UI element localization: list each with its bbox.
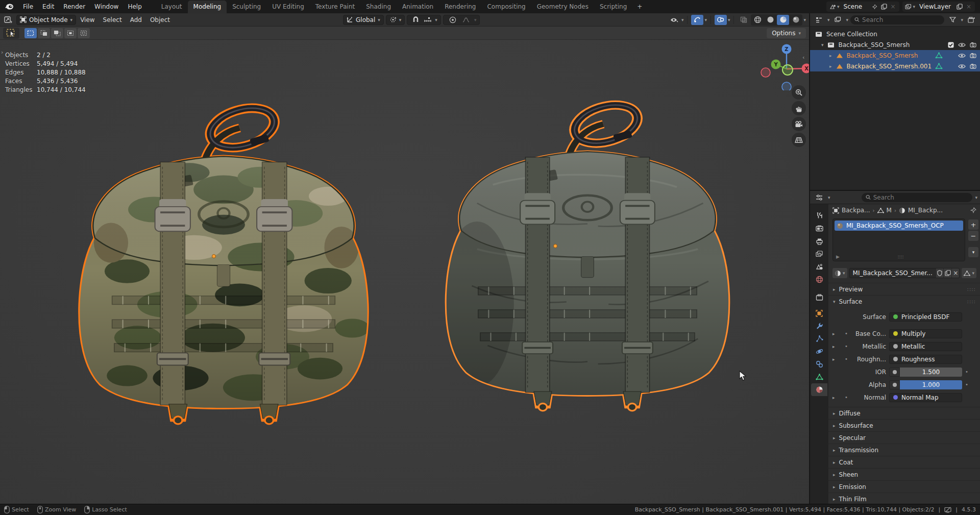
panel-thin-film[interactable]: ▸Thin Film	[828, 493, 980, 505]
transform-orientation-dropdown[interactable]: Global ▾	[343, 15, 384, 25]
tab-render[interactable]	[811, 222, 827, 235]
object-name[interactable]: Backpack_SSO_Smersh.001	[847, 63, 932, 70]
tab-shading[interactable]: Shading	[360, 1, 397, 13]
tab-constraints[interactable]	[811, 358, 827, 371]
blender-logo-icon[interactable]	[0, 0, 18, 13]
camera-view-button[interactable]	[792, 117, 806, 131]
breadcrumb-material[interactable]: MI_Backp...	[908, 207, 943, 214]
unlink-material-button[interactable]: ×	[951, 268, 960, 278]
alpha-socket-button[interactable]	[889, 380, 900, 389]
outliner-row-collection[interactable]: ▾ Backpack_SSO_Smersh	[810, 39, 980, 50]
tool-options-button[interactable]: Options ▾	[767, 28, 806, 38]
viewport-menu-add[interactable]: Add	[126, 16, 146, 23]
gizmo-x-label[interactable]: X	[804, 66, 808, 71]
gizmo-negative-y[interactable]	[782, 65, 793, 75]
viewport-menu-object[interactable]: Object	[146, 16, 174, 23]
tab-material[interactable]	[811, 383, 827, 396]
link-material-target-button[interactable]: ▾	[962, 268, 976, 278]
pivot-point-dropdown[interactable]: ▾	[386, 15, 405, 25]
add-material-slot-button[interactable]: +	[968, 219, 978, 230]
tab-layout[interactable]: Layout	[156, 1, 188, 13]
navigation-gizmo[interactable]: Z X Y	[761, 42, 809, 90]
browse-material-button[interactable]: ▾	[832, 268, 847, 278]
tab-geometry-nodes[interactable]: Geometry Nodes	[531, 1, 594, 13]
overlays-chevron[interactable]: ▾	[728, 17, 730, 22]
collection-expand-chevron[interactable]: ▾	[821, 42, 824, 47]
show-gizmo-toggle[interactable]	[691, 15, 703, 25]
surface-shader-button[interactable]: Principled BSDF	[889, 312, 962, 322]
outliner-filter-icon[interactable]	[946, 15, 959, 25]
properties-editor-type-icon[interactable]	[813, 192, 825, 203]
decorator-dot[interactable]: •	[965, 382, 968, 387]
tab-view-layer[interactable]	[811, 248, 827, 260]
outliner-search-input[interactable]	[862, 16, 940, 23]
render-visibility-camera-icon[interactable]	[970, 53, 976, 58]
tab-tool[interactable]	[811, 209, 827, 222]
object-name[interactable]: Backpack_SSO_Smersh	[847, 52, 918, 59]
material-slot-item[interactable]: MI_Backpack_SSO_Smersh_OCP	[835, 220, 963, 231]
material-name-field[interactable]: MI_Backpack_SSO_Smer... ×	[849, 268, 960, 278]
menu-edit[interactable]: Edit	[38, 0, 59, 13]
mode-dropdown[interactable]: Object Mode ▾	[16, 15, 76, 25]
panel-subsurface[interactable]: ▸Subsurface	[828, 419, 980, 431]
backpack-object-right[interactable]	[430, 98, 745, 411]
tab-compositing[interactable]: Compositing	[481, 1, 531, 13]
pan-view-button[interactable]	[792, 101, 806, 115]
menu-render[interactable]: Render	[59, 0, 90, 13]
metallic-value-button[interactable]: Metallic	[889, 342, 962, 351]
outliner-row-object-2[interactable]: ▸ Backpack_SSO_Smersh.001	[810, 61, 980, 71]
shading-wireframe-button[interactable]	[751, 15, 764, 25]
menu-help[interactable]: Help	[123, 0, 146, 13]
render-visibility-camera-icon[interactable]	[970, 42, 976, 47]
tab-world[interactable]	[811, 273, 827, 286]
select-mode-subtract-button[interactable]	[51, 28, 63, 38]
tab-collection[interactable]	[811, 291, 827, 304]
snap-target-icon[interactable]	[422, 15, 433, 25]
tab-object[interactable]	[811, 307, 827, 320]
tab-texture-paint[interactable]: Texture Paint	[310, 1, 360, 13]
ior-value-slider[interactable]: 1.500	[900, 367, 962, 377]
backpack-object-left[interactable]	[63, 101, 384, 424]
gizmo-y-label[interactable]: Y	[773, 62, 778, 67]
outliner-filter-chevron[interactable]: ▾	[961, 17, 963, 22]
gizmo-z-label[interactable]: Z	[785, 46, 788, 52]
material-specials-menu-button[interactable]: ▾	[968, 247, 978, 257]
show-overlays-toggle[interactable]	[715, 15, 727, 25]
slot-list-resize-grip[interactable]: ::::	[897, 254, 903, 259]
object-expand-chevron[interactable]: ▸	[829, 64, 832, 69]
toolbar-expand-chevron[interactable]: ›	[1, 49, 3, 56]
tab-rendering[interactable]: Rendering	[439, 1, 481, 13]
gizmo-chevron[interactable]: ▾	[704, 17, 707, 22]
outliner-row-object-1[interactable]: ▸ Backpack_SSO_Smersh	[810, 50, 980, 61]
tab-uv-editing[interactable]: UV Editing	[266, 1, 310, 13]
alpha-value-slider[interactable]: 1.000	[900, 380, 962, 389]
3d-viewport-canvas[interactable]	[0, 40, 809, 504]
tab-animation[interactable]: Animation	[397, 1, 439, 13]
menu-window[interactable]: Window	[90, 0, 123, 13]
3d-viewport[interactable]: › ‹ Objects2 / 2 Vertices5,494 / 5,494 E…	[0, 40, 809, 504]
snap-chevron[interactable]: ▾	[435, 17, 437, 22]
tab-sculpting[interactable]: Sculpting	[227, 1, 266, 13]
xray-toggle[interactable]	[738, 15, 750, 25]
shading-material-preview-button[interactable]	[777, 15, 789, 25]
menu-file[interactable]: File	[18, 0, 38, 13]
render-visibility-camera-icon[interactable]	[970, 63, 976, 69]
roughness-value-button[interactable]: Roughness	[889, 355, 962, 364]
tab-modeling[interactable]: Modeling	[188, 1, 227, 13]
visibility-chevron[interactable]: ▾	[681, 17, 684, 22]
tab-scene[interactable]	[811, 260, 827, 273]
tab-particles[interactable]	[811, 332, 827, 345]
base-color-value-button[interactable]: Multiply	[889, 329, 962, 338]
properties-options-chevron[interactable]: ▾	[975, 195, 977, 200]
new-collection-icon[interactable]	[965, 15, 977, 25]
select-mode-intersect-button[interactable]	[78, 28, 90, 38]
display-mode-chevron[interactable]: ▾	[827, 17, 830, 22]
tab-output[interactable]	[811, 235, 827, 248]
tab-object-data[interactable]	[811, 371, 827, 383]
select-mode-invert-button[interactable]	[64, 28, 77, 38]
orthographic-grid-button[interactable]	[792, 133, 806, 147]
proportional-edit-icon[interactable]	[447, 15, 459, 25]
normal-value-button[interactable]: Normal Map	[889, 393, 962, 402]
hide-eye-icon[interactable]	[958, 64, 966, 69]
panel-transmission[interactable]: ▸Transmission	[828, 444, 980, 456]
